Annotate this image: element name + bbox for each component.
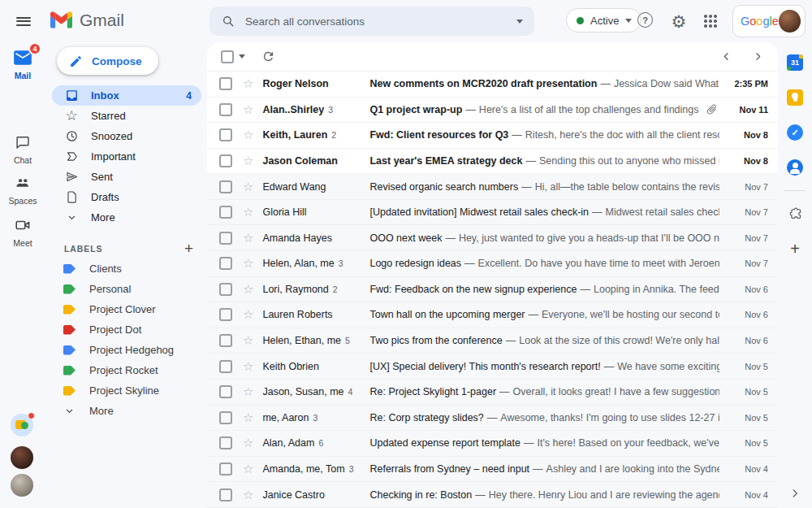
email-row[interactable]: Edward Wang Revised organic search numbe… — [207, 174, 778, 200]
refresh-button[interactable] — [261, 50, 275, 63]
sidebar-item-snoozed[interactable]: Snoozed — [52, 126, 201, 146]
star-icon[interactable] — [243, 411, 253, 424]
star-icon[interactable] — [243, 360, 253, 373]
email-row[interactable]: Roger Nelson New comments on MCR2020 dra… — [207, 72, 778, 98]
star-icon[interactable] — [243, 283, 253, 296]
star-icon[interactable] — [243, 77, 253, 90]
google-contacts-button[interactable] — [781, 154, 809, 181]
star-icon[interactable] — [243, 128, 253, 141]
sidebar-label-item[interactable]: Clients — [45, 258, 207, 279]
google-tasks-button[interactable] — [781, 119, 809, 146]
chat-shortcut-avatar[interactable] — [11, 414, 33, 436]
email-row[interactable]: Alan, Adam 6 Updated expense report temp… — [207, 431, 778, 457]
search-bar[interactable]: Search all conversations — [209, 7, 534, 36]
google-keep-button[interactable] — [781, 84, 809, 111]
status-selector[interactable]: Active — [566, 8, 641, 33]
google-calendar-button[interactable]: 31 — [781, 49, 809, 76]
email-row[interactable]: Helen, Ethan, me 5 Two pics from the con… — [207, 328, 778, 354]
star-icon[interactable] — [243, 334, 253, 347]
rail-item-mail[interactable]: 4 Mail — [0, 47, 45, 80]
settings-button[interactable] — [667, 10, 690, 33]
email-row[interactable]: Keith Obrien [UX] Special delivery! This… — [207, 354, 778, 380]
email-row[interactable]: Amanda, me, Tom 3 Referrals from Sydney … — [207, 457, 778, 483]
email-row[interactable]: Lori, Raymond 2 Fwd: Feedback on the new… — [207, 277, 778, 303]
help-button[interactable] — [637, 12, 653, 28]
sidebar-label-item[interactable]: Project Skyline — [45, 380, 207, 401]
add-panel-app-button[interactable] — [781, 235, 809, 263]
row-checkbox[interactable] — [219, 411, 232, 424]
search-options-caret-icon[interactable] — [516, 20, 523, 24]
row-checkbox[interactable] — [219, 206, 232, 219]
sidebar-label-item[interactable]: Personal — [45, 279, 207, 299]
sidebar-label-item[interactable]: Project Dot — [45, 319, 207, 340]
email-row[interactable]: Amanda Hayes OOO next week—Hey, just wan… — [207, 225, 778, 251]
row-checkbox[interactable] — [219, 154, 232, 167]
chat-shortcut-avatar[interactable] — [11, 446, 33, 469]
sidebar-item-drafts[interactable]: Drafts — [52, 187, 201, 207]
chat-shortcut-avatar[interactable] — [11, 474, 33, 497]
sidebar-label-item[interactable]: Project Rocket — [45, 360, 207, 380]
chevron-right-icon — [788, 487, 801, 500]
star-icon[interactable] — [243, 308, 253, 321]
sidebar-item-starred[interactable]: Starred — [52, 106, 201, 126]
sidebar-item-more[interactable]: More — [52, 207, 201, 228]
older-page-button[interactable] — [752, 50, 764, 63]
star-icon[interactable] — [243, 436, 253, 449]
row-checkbox[interactable] — [219, 77, 232, 90]
inbox-count: 4 — [186, 90, 192, 102]
rail-item-spaces[interactable]: Spaces — [0, 172, 45, 206]
star-icon[interactable] — [243, 232, 253, 245]
sidebar-label-item[interactable]: Project Clover — [45, 299, 207, 319]
sidebar-labels-more[interactable]: More — [45, 401, 207, 421]
sidebar-item-important[interactable]: Important — [52, 146, 201, 167]
star-icon[interactable] — [243, 385, 253, 398]
email-row[interactable]: Helen, Alan, me 3 Logo redesign ideas—Ex… — [207, 251, 778, 277]
draft-file-icon — [64, 190, 79, 205]
row-checkbox[interactable] — [219, 308, 232, 321]
row-checkbox[interactable] — [219, 360, 232, 373]
sidebar-item-inbox[interactable]: Inbox 4 — [52, 85, 201, 106]
row-checkbox[interactable] — [219, 180, 232, 193]
add-label-button[interactable] — [184, 240, 194, 258]
email-row[interactable]: Lauren Roberts Town hall on the upcoming… — [207, 302, 778, 328]
email-row[interactable]: me, Aaron 3 Re: Corp strategy slides?—Aw… — [207, 406, 778, 432]
google-account-pill[interactable]: Google — [732, 5, 806, 37]
row-checkbox[interactable] — [219, 257, 232, 270]
row-checkbox[interactable] — [219, 462, 232, 475]
email-row[interactable]: Keith, Lauren 2 Fwd: Client resources fo… — [207, 123, 778, 149]
select-all-checkbox[interactable] — [221, 50, 234, 63]
rail-item-meet[interactable]: Meet — [0, 215, 45, 248]
rail-item-chat[interactable]: Chat — [0, 132, 45, 165]
row-checkbox[interactable] — [219, 128, 232, 141]
star-icon[interactable] — [243, 257, 253, 270]
main-menu-button[interactable] — [7, 5, 40, 37]
email-row[interactable]: Gloria Hill [Updated invitation] Midwest… — [207, 200, 778, 226]
email-row[interactable]: Janice Castro Checking in re: Boston—Hey… — [207, 482, 778, 508]
star-icon[interactable] — [243, 103, 253, 116]
row-checkbox[interactable] — [219, 436, 232, 449]
star-icon[interactable] — [243, 154, 253, 167]
hide-side-panel-button[interactable] — [788, 487, 801, 500]
email-row[interactable]: Jason, Susan, me 4 Re: Project Skylight … — [207, 380, 778, 406]
row-checkbox[interactable] — [219, 385, 232, 398]
apps-grid-button[interactable] — [699, 10, 722, 33]
star-icon[interactable] — [243, 206, 253, 219]
search-input[interactable]: Search all conversations — [245, 15, 516, 28]
newer-page-button[interactable] — [720, 50, 732, 63]
star-icon[interactable] — [243, 180, 253, 193]
row-checkbox[interactable] — [219, 103, 232, 116]
compose-button[interactable]: Compose — [57, 47, 158, 75]
row-checkbox[interactable] — [219, 232, 232, 245]
select-options-caret-icon[interactable] — [239, 54, 245, 59]
user-avatar[interactable] — [779, 10, 801, 33]
email-row[interactable]: Jason Coleman Last year's EMEA strategy … — [207, 149, 778, 175]
row-checkbox[interactable] — [219, 488, 232, 501]
sidebar-item-sent[interactable]: Sent — [52, 167, 201, 187]
email-row[interactable]: Alan..Shirley 3 Q1 project wrap-up—Here'… — [207, 98, 778, 124]
star-icon[interactable] — [243, 462, 253, 475]
row-checkbox[interactable] — [219, 283, 232, 296]
sidebar-label-item[interactable]: Project Hedgehog — [45, 340, 207, 360]
get-add-ons-button[interactable] — [781, 200, 809, 228]
row-checkbox[interactable] — [219, 334, 232, 347]
star-icon[interactable] — [243, 488, 253, 501]
